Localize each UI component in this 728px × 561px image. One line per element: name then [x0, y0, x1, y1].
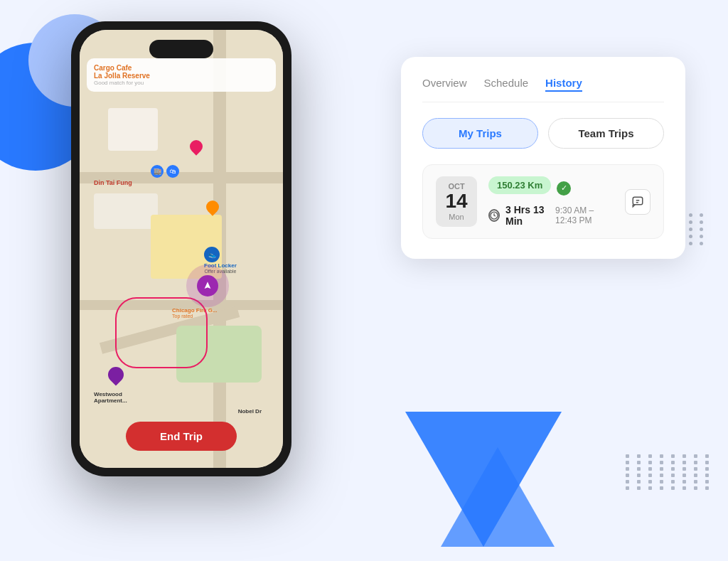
bg-grid-pattern: (function(){ const container = document.… — [626, 454, 714, 490]
duration-value: 3 Hrs 13 Min — [505, 204, 550, 227]
phone-frame: Cargo CafeLa Jolla Reserve Good match fo… — [71, 21, 291, 476]
team-trips-button[interactable]: Team Trips — [548, 118, 664, 149]
map-pin-pink — [190, 140, 203, 153]
map-pin-blue-2: 🛍 — [166, 165, 179, 178]
clock-icon — [488, 209, 500, 222]
phone-notch — [149, 40, 213, 58]
tab-overview[interactable]: Overview — [422, 77, 467, 92]
trip-type-selector: My Trips Team Trips — [422, 118, 664, 149]
current-location-pulse — [186, 265, 229, 307]
map-label-westwood: WestwoodApartment... — [94, 391, 127, 404]
building-block-1 — [108, 108, 158, 151]
map-pin-group-1: 🏬 🛍 — [151, 165, 179, 178]
tab-bar: Overview Schedule History — [422, 77, 664, 102]
map-place-name: Cargo CafeLa Jolla Reserve — [94, 64, 269, 80]
duration-row: 3 Hrs 13 Min 9:30 AM – 12:43 PM — [488, 204, 614, 227]
comment-button[interactable] — [625, 189, 651, 215]
current-location-dot — [197, 275, 218, 296]
time-range: 9:30 AM – 12:43 PM — [555, 205, 614, 225]
phone-mockup: Cargo CafeLa Jolla Reserve Good match fo… — [71, 21, 291, 476]
date-day: 14 — [444, 191, 469, 213]
map-pin-orange — [206, 201, 219, 213]
map-background: Cargo CafeLa Jolla Reserve Good match fo… — [80, 30, 283, 468]
map-route-path — [115, 297, 208, 368]
bg-triangle-2 — [441, 447, 555, 547]
my-trips-button[interactable]: My Trips — [422, 118, 538, 149]
tab-schedule[interactable]: Schedule — [484, 77, 529, 92]
building-block-2 — [94, 193, 158, 229]
date-dow: Mon — [444, 213, 469, 221]
distance-value: 150.23 Km — [497, 180, 542, 191]
map-pin-blue: 🏬 — [151, 165, 164, 178]
date-box: Oct 14 Mon — [436, 176, 477, 227]
map-place-match: Good match for you — [94, 80, 269, 86]
phone-screen: Cargo CafeLa Jolla Reserve Good match fo… — [80, 30, 283, 468]
trip-info: 150.23 Km ✓ 3 Hrs 13 Min 9:30 AM – 12:43… — [488, 176, 614, 227]
check-icon: ✓ — [557, 181, 571, 196]
map-place-card: Cargo CafeLa Jolla Reserve Good match fo… — [87, 58, 276, 92]
end-trip-button[interactable]: End Trip — [126, 422, 237, 451]
tab-history[interactable]: History — [545, 77, 582, 92]
history-panel: Overview Schedule History My Trips Team … — [401, 57, 685, 259]
map-restaurant-label: Din Tai Fung — [94, 179, 132, 186]
map-label-nobel: Nobel Dr — [238, 408, 262, 415]
trip-record-item: Oct 14 Mon 150.23 Km ✓ 3 Hrs 13 Min 9: — [422, 164, 664, 239]
distance-badge: 150.23 Km — [488, 176, 551, 194]
map-pin-purple — [108, 367, 124, 383]
